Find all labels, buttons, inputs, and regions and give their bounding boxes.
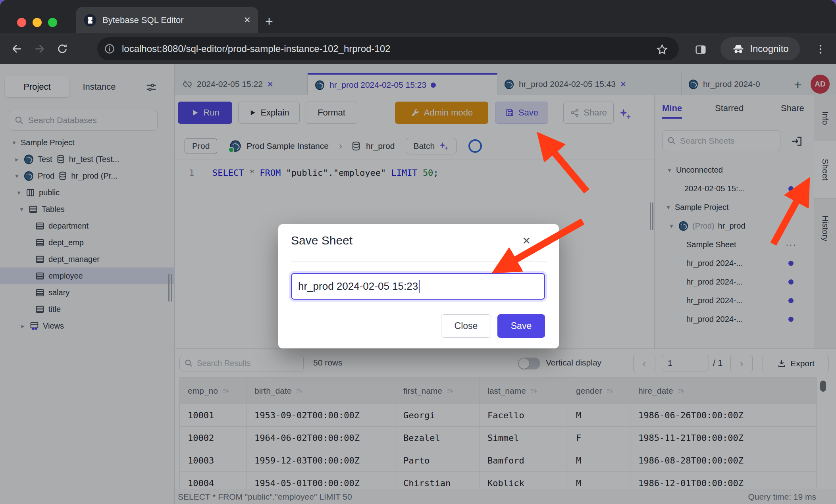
save-button[interactable]: Save xyxy=(495,102,548,124)
ai-sparkles-icon[interactable] xyxy=(618,107,632,121)
panel-resize-handle[interactable] xyxy=(650,202,651,230)
column-header[interactable]: hire_date xyxy=(630,378,777,404)
run-button[interactable]: Run xyxy=(178,102,232,124)
tab-close-icon[interactable]: ✕ xyxy=(244,15,251,25)
table-cell[interactable]: 1964-06-02T00:00:00Z xyxy=(247,427,395,449)
column-header[interactable]: last_name xyxy=(480,378,568,404)
back-icon[interactable] xyxy=(10,42,23,55)
tree-node-table-selected[interactable]: employee xyxy=(0,267,175,284)
collapse-panel-icon[interactable] xyxy=(790,135,803,148)
tree-node-table[interactable]: dept_emp xyxy=(0,234,175,251)
tab-instance[interactable]: Instance xyxy=(73,76,125,97)
table-cell[interactable]: F xyxy=(568,427,630,449)
database-name[interactable]: hr_prod xyxy=(366,141,395,151)
table-cell[interactable]: Parto xyxy=(395,449,480,472)
next-page-button[interactable]: › xyxy=(730,355,753,372)
editor-tab-3[interactable]: hr_prod 2024-02-05 15:43 ✕ xyxy=(497,73,682,95)
forward-icon[interactable] xyxy=(33,42,46,55)
avatar[interactable]: AD xyxy=(811,75,830,94)
address-bar[interactable]: localhost:8080/sql-editor/prod-sample-in… xyxy=(97,37,679,60)
item-menu-icon[interactable]: ··· xyxy=(786,240,797,250)
filter-sliders-icon[interactable] xyxy=(145,81,157,93)
sheet-name-input[interactable]: hr_prod 2024-02-05 15:23 xyxy=(291,273,545,300)
tree-node-views[interactable]: ▸Views xyxy=(0,317,175,334)
editor-tab-1[interactable]: 2024-02-05 15:22 ✕ xyxy=(176,73,308,95)
table-cell[interactable]: 10001 xyxy=(180,404,247,427)
tree-node-project[interactable]: ▾Sample Project xyxy=(0,134,175,151)
browser-tab[interactable]: Bytebase SQL Editor ✕ xyxy=(76,7,258,33)
column-header[interactable]: birth_date xyxy=(247,378,395,404)
sheet-group-project[interactable]: ▾Sample Project xyxy=(655,198,814,217)
table-cell[interactable]: 1953-09-02T00:00:00Z xyxy=(247,404,395,427)
tab-project[interactable]: Project xyxy=(5,76,69,97)
table-cell[interactable]: Bamford xyxy=(480,449,568,472)
browser-menu-icon[interactable] xyxy=(815,43,826,55)
tree-node-table[interactable]: title xyxy=(0,301,175,317)
export-button[interactable]: Export xyxy=(763,355,829,372)
sort-icon[interactable] xyxy=(677,387,685,395)
ai-assistant-icon[interactable] xyxy=(468,139,482,153)
table-cell[interactable]: Simmel xyxy=(480,427,568,449)
sheet-item[interactable]: Sample Sheet··· xyxy=(655,235,814,254)
table-cell[interactable]: 1986-08-28T00:00:00Z xyxy=(630,449,777,472)
instance-name[interactable]: Prod Sample Instance xyxy=(247,141,329,151)
table-cell[interactable]: Georgi xyxy=(395,404,480,427)
sheet-search[interactable] xyxy=(662,130,780,151)
tab-starred[interactable]: Starred xyxy=(715,103,744,113)
reload-icon[interactable] xyxy=(56,43,68,55)
tree-node-schema[interactable]: ▾public xyxy=(0,184,175,201)
tree-node-table[interactable]: department xyxy=(0,217,175,234)
vertical-display-toggle[interactable] xyxy=(518,358,540,369)
sort-icon[interactable] xyxy=(222,387,230,395)
prev-page-button[interactable]: ‹ xyxy=(633,355,655,372)
bookmark-star-icon[interactable] xyxy=(656,43,668,56)
results-search[interactable] xyxy=(179,355,304,371)
table-cell[interactable]: M xyxy=(568,472,630,489)
add-tab-button[interactable]: + xyxy=(794,77,802,92)
editor-tab-4[interactable]: hr_prod 2024-0 xyxy=(682,73,791,95)
table-cell[interactable]: Facello xyxy=(480,404,568,427)
share-button[interactable]: Share xyxy=(563,102,614,124)
table-cell[interactable]: 1985-11-21T00:00:00Z xyxy=(630,427,777,449)
table-cell[interactable]: 10002 xyxy=(180,427,247,449)
tree-node-test-db[interactable]: ▸Testhr_test (Test... xyxy=(0,151,175,167)
rail-tab-info[interactable]: Info xyxy=(814,95,836,141)
sheet-item[interactable]: 2024-02-05 15:... xyxy=(655,179,814,198)
table-cell[interactable]: M xyxy=(568,404,630,427)
panel-resize-handle[interactable] xyxy=(652,202,653,230)
page-number-input[interactable] xyxy=(662,355,709,371)
dialog-save-button[interactable]: Save xyxy=(497,314,545,338)
column-header[interactable]: gender xyxy=(568,378,630,404)
tab-share[interactable]: Share xyxy=(781,103,804,113)
sheet-group-database[interactable]: ▾(Prod)hr_prod xyxy=(655,217,814,235)
database-search-input[interactable] xyxy=(27,115,148,125)
sort-icon[interactable] xyxy=(446,387,454,395)
sidebar-resize-handle[interactable] xyxy=(168,274,170,302)
column-header[interactable]: first_name xyxy=(395,378,480,404)
new-tab-button[interactable]: + xyxy=(265,13,273,29)
format-button[interactable]: Format xyxy=(306,102,357,124)
tab-mine[interactable]: Mine xyxy=(662,103,682,119)
sort-icon[interactable] xyxy=(295,387,303,395)
sheet-item[interactable]: hr_prod 2024-... xyxy=(655,310,814,329)
table-cell[interactable]: 1986-12-01T00:00:00Z xyxy=(630,472,777,489)
sheet-search-input[interactable] xyxy=(679,136,772,146)
dialog-close-button[interactable]: Close xyxy=(441,314,491,338)
sidebar-resize-handle[interactable] xyxy=(171,274,172,302)
sort-icon[interactable] xyxy=(530,387,538,395)
dialog-close-icon[interactable]: ✕ xyxy=(522,235,531,247)
side-panel-icon[interactable] xyxy=(694,43,707,56)
window-close-button[interactable] xyxy=(17,18,26,27)
explain-button[interactable]: Explain xyxy=(238,102,300,124)
editor-tab-2-active[interactable]: hr_prod 2024-02-05 15:23 xyxy=(308,73,497,95)
tree-node-table[interactable]: dept_manager xyxy=(0,251,175,267)
admin-mode-button[interactable]: Admin mode xyxy=(395,102,488,124)
sheet-group-unconnected[interactable]: ▾Unconnected xyxy=(655,161,814,179)
sheet-item[interactable]: hr_prod 2024-... xyxy=(655,291,814,310)
tree-node-prod-db[interactable]: ▾Prodhr_prod (Pr... xyxy=(0,167,175,184)
column-header[interactable]: emp_no xyxy=(180,378,247,404)
table-cell[interactable]: 1954-05-01T00:00:00Z xyxy=(247,472,395,489)
sheet-item[interactable]: hr_prod 2024-... xyxy=(655,254,814,273)
table-cell[interactable]: 1959-12-03T00:00:00Z xyxy=(247,449,395,472)
close-icon[interactable]: ✕ xyxy=(267,80,274,89)
